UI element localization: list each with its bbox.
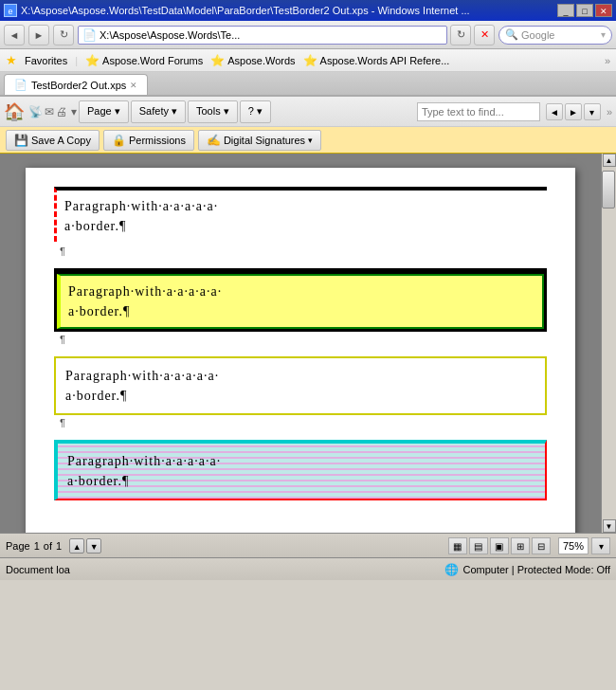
pilcrow-2: ¶ — [123, 304, 130, 318]
permissions-button[interactable]: 🔒 Permissions — [103, 130, 194, 151]
view-icons: ▦ ▤ ▣ ⊞ ⊟ — [448, 537, 551, 554]
feeds-icon[interactable]: 📡 — [28, 105, 43, 118]
next-page-button[interactable]: ▼ — [86, 538, 101, 554]
permissions-label: Permissions — [129, 135, 186, 146]
doc-status-bar: Page 1 of 1 ▲ ▼ ▦ ▤ ▣ ⊞ ⊟ 75% ▾ — [0, 533, 616, 557]
prev-page-button[interactable]: ▲ — [69, 538, 84, 554]
search-engine-icon: 🔍 — [505, 28, 518, 41]
favorites-separator: | — [75, 55, 78, 66]
zoom-dropdown-button[interactable]: ▾ — [591, 537, 610, 554]
tools-button[interactable]: Tools ▾ — [188, 100, 238, 123]
address-bar[interactable]: 📄 X:\Aspose\Aspose.Words\Te... — [78, 26, 447, 45]
paragraph-2-container: Paragraph·with·a·a·a·a·a·a·border.¶ ¶ — [54, 268, 547, 345]
main-content-area: Paragraph·with·a·a·a·a·a·a·border.¶ ¶ Pa… — [0, 154, 616, 533]
address-icon: 📄 — [82, 28, 97, 42]
tab-bar: 📄 TestBorder2 Out.xps ✕ — [0, 72, 616, 97]
ie-zone-icon: 🌐 — [444, 563, 459, 576]
paragraph-3-container: Paragraph·with·a·a·a·a·a·a·border.¶ ¶ — [54, 356, 547, 428]
fav-label-1: Aspose.Word Forums — [102, 55, 203, 66]
title-text: X:\Aspose\Aspose.Words\TestData\Model\Pa… — [21, 5, 470, 16]
paragraph-mark-2: ¶ — [60, 334, 547, 345]
favorites-item-1[interactable]: ⭐ Aspose.Word Forums — [85, 54, 203, 67]
minimize-button[interactable]: _ — [557, 4, 574, 17]
paragraph-1-text: Paragraph·with·a·a·a·a·a·a·border.¶ — [64, 196, 539, 236]
digital-signatures-button[interactable]: ✍ Digital Signatures ▾ — [198, 130, 321, 151]
paragraph-2-text: Paragraph·with·a·a·a·a·a·a·border.¶ — [68, 281, 534, 321]
find-options-button[interactable]: ▾ — [584, 103, 601, 120]
tab-close-button[interactable]: ✕ — [130, 81, 137, 90]
address-text: X:\Aspose\Aspose.Words\Te... — [100, 29, 240, 41]
zoom-value: 75% — [558, 537, 589, 554]
print-icon[interactable]: 🖨 — [56, 105, 67, 118]
mail-icon[interactable]: ✉ — [45, 105, 54, 118]
zoom-control: 75% ▾ — [558, 537, 610, 554]
paragraph-4: Paragraph·with·a·a·a·a·a·a·border.¶ — [54, 440, 547, 500]
help-button[interactable]: ? ▾ — [240, 100, 271, 123]
window-controls: _ □ ✕ — [557, 4, 612, 17]
document-scroll-area[interactable]: Paragraph·with·a·a·a·a·a·a·border.¶ ¶ Pa… — [0, 154, 601, 533]
view-mode-5-button[interactable]: ⊟ — [532, 537, 551, 554]
address-bar-container: 📄 X:\Aspose\Aspose.Words\Te... ↻ ✕ — [78, 25, 495, 45]
vertical-scrollbar[interactable]: ▲ ▼ — [601, 154, 616, 533]
search-dropdown-icon[interactable]: ▾ — [601, 29, 606, 40]
digital-signatures-dropdown[interactable]: ▾ — [308, 136, 313, 145]
stop-button[interactable]: ✕ — [474, 25, 495, 45]
view-mode-4-button[interactable]: ⊞ — [511, 537, 530, 554]
favorites-more-icon[interactable]: » — [605, 55, 610, 66]
close-button[interactable]: ✕ — [595, 4, 612, 17]
refresh-btn-2[interactable]: ↻ — [450, 25, 471, 45]
view-mode-3-button[interactable]: ▣ — [490, 537, 509, 554]
safety-label: Safety ▾ — [139, 105, 177, 118]
paragraph-1-container: Paragraph·with·a·a·a·a·a·a·border.¶ ¶ — [54, 187, 547, 257]
ie-zone-text: Computer | Protected Mode: Off — [462, 564, 610, 575]
search-placeholder: Google — [521, 29, 554, 41]
fav-label-2: Aspose.Words — [227, 55, 295, 66]
find-prev-button[interactable]: ◄ — [546, 103, 563, 120]
paragraph-mark-1: ¶ — [60, 245, 547, 257]
fav-icon-3: ⭐ — [303, 54, 317, 67]
favorites-item-2[interactable]: ⭐ Aspose.Words — [210, 54, 295, 67]
favorites-label[interactable]: Favorites — [25, 55, 67, 66]
save-copy-label: Save A Copy — [31, 135, 91, 146]
page-number: 1 — [34, 540, 40, 552]
back-button[interactable]: ◄ — [4, 25, 25, 45]
of-label: of — [44, 540, 52, 552]
info-bar: 💾 Save A Copy 🔒 Permissions ✍ Digital Si… — [0, 127, 616, 154]
scroll-track[interactable] — [602, 167, 616, 519]
pilcrow-4: ¶ — [122, 474, 129, 488]
ie-toolbar: 🏠 📡 ✉ 🖨 ▾ Page ▾ Safety ▾ Tools ▾ ? ▾ ◄ … — [0, 97, 616, 127]
home-icon[interactable]: 🏠 — [4, 101, 25, 122]
active-tab[interactable]: 📄 TestBorder2 Out.xps ✕ — [4, 74, 148, 95]
paragraph-4-text: Paragraph·with·a·a·a·a·a·a·border.¶ — [67, 451, 535, 491]
save-copy-icon: 💾 — [14, 134, 28, 147]
refresh-button[interactable]: ↻ — [53, 25, 74, 45]
forward-button[interactable]: ► — [28, 25, 49, 45]
document-page: Paragraph·with·a·a·a·a·a·a·border.¶ ¶ Pa… — [26, 168, 575, 533]
safety-button[interactable]: Safety ▾ — [131, 100, 186, 123]
view-mode-1-button[interactable]: ▦ — [448, 537, 467, 554]
find-text-input[interactable] — [417, 102, 540, 121]
paragraph-3-text: Paragraph·with·a·a·a·a·a·a·border.¶ — [65, 366, 535, 406]
page-label: Page — [6, 540, 30, 552]
maximize-button[interactable]: □ — [576, 4, 593, 17]
find-next-button[interactable]: ► — [565, 103, 582, 120]
favorites-bar: ★ Favorites | ⭐ Aspose.Word Forums ⭐ Asp… — [0, 49, 616, 72]
favorites-item-3[interactable]: ⭐ Aspose.Words API Refere... — [303, 54, 450, 67]
save-copy-button[interactable]: 💾 Save A Copy — [6, 130, 100, 151]
page-button[interactable]: Page ▾ — [79, 100, 129, 123]
scroll-thumb[interactable] — [602, 171, 615, 209]
fav-label-3: Aspose.Words API Refere... — [320, 55, 450, 66]
scroll-up-button[interactable]: ▲ — [603, 154, 616, 167]
scroll-down-button[interactable]: ▼ — [603, 519, 616, 533]
paragraph-3: Paragraph·with·a·a·a·a·a·a·border.¶ — [54, 356, 547, 415]
view-mode-2-button[interactable]: ▤ — [469, 537, 488, 554]
fav-icon-2: ⭐ — [210, 54, 225, 67]
search-box[interactable]: 🔍 Google ▾ — [498, 26, 612, 45]
tools-label: Tools ▾ — [196, 105, 229, 118]
print-dropdown-icon[interactable]: ▾ — [71, 105, 77, 118]
find-nav-arrows: ◄ ► ▾ — [546, 103, 601, 120]
paragraph-1: Paragraph·with·a·a·a·a·a·a·border.¶ — [54, 187, 547, 242]
page-info: Page 1 of 1 — [6, 540, 62, 552]
more-options-icon[interactable]: » — [607, 106, 612, 118]
tab-label: TestBorder2 Out.xps — [31, 80, 126, 91]
